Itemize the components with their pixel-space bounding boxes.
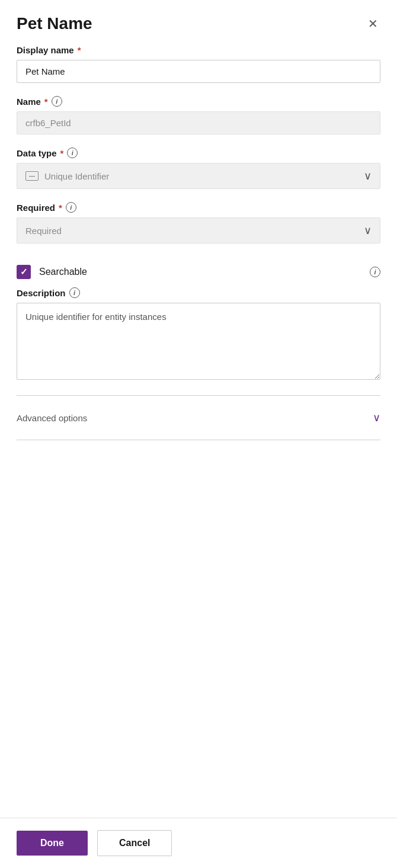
data-type-chevron-icon: ∨ [364,169,372,182]
name-group: Name * i [17,96,380,134]
advanced-options-row[interactable]: Advanced options ∨ [17,402,380,434]
panel-content: Display name * Name * i Data type * i [0,45,397,632]
required-value: Required [25,226,62,236]
name-label-text: Name [17,97,41,107]
data-type-label: Data type * i [17,148,380,158]
data-type-info-icon[interactable]: i [67,148,78,158]
data-type-required: * [60,148,64,158]
panel: Pet Name ✕ Display name * Name * i [0,0,397,868]
name-label: Name * i [17,96,380,107]
data-type-label-text: Data type [17,148,57,158]
data-type-group: Data type * i — Unique Identifier ∨ [17,148,380,189]
panel-footer: Done Cancel [0,818,397,868]
panel-title: Pet Name [17,14,92,33]
description-label-text: Description [17,288,66,298]
display-name-label: Display name * [17,45,380,55]
display-name-label-text: Display name [17,45,74,55]
data-type-value: Unique Identifier [44,171,109,181]
required-info-icon[interactable]: i [66,202,76,213]
display-name-group: Display name * [17,45,380,83]
display-name-input[interactable] [17,60,380,83]
divider-top [17,395,380,396]
required-star: * [59,203,62,213]
close-button[interactable]: ✕ [366,15,380,32]
searchable-label: Searchable [39,267,87,277]
name-required: * [44,97,48,107]
required-select[interactable]: Required ∨ [17,217,380,244]
description-label: Description i [17,287,380,298]
description-info-icon[interactable]: i [69,287,80,298]
description-group: Description i Unique identifier for enti… [17,287,380,382]
description-textarea[interactable]: Unique identifier for entity instances [17,303,380,380]
close-icon: ✕ [368,17,378,30]
name-info-icon[interactable]: i [52,96,62,107]
checkmark-icon: ✓ [20,267,28,277]
panel-header: Pet Name ✕ [0,0,397,45]
searchable-info-icon[interactable]: i [370,267,380,277]
divider-bottom [17,440,380,440]
searchable-row: ✓ Searchable i [17,257,380,287]
data-type-icon: — [25,171,39,181]
required-group: Required * i Required ∨ [17,202,380,244]
cancel-button[interactable]: Cancel [97,830,172,856]
required-chevron-icon: ∨ [364,224,372,237]
display-name-required: * [78,45,81,55]
done-button[interactable]: Done [17,831,88,856]
advanced-options-label: Advanced options [17,413,87,423]
data-type-select[interactable]: — Unique Identifier ∨ [17,163,380,189]
required-label-text: Required [17,203,55,213]
advanced-options-chevron-icon: ∨ [373,411,380,424]
required-label: Required * i [17,202,380,213]
searchable-checkbox[interactable]: ✓ [17,265,31,279]
name-input [17,111,380,134]
